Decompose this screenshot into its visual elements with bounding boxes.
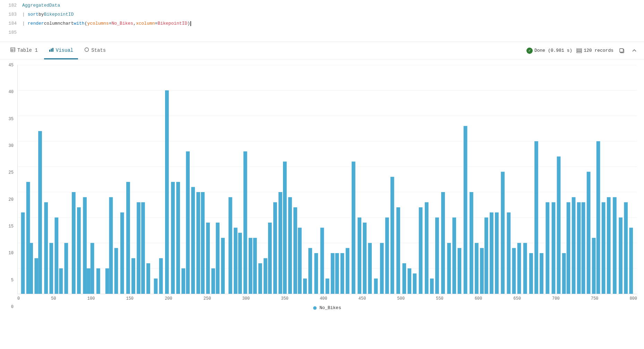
bar bbox=[464, 126, 467, 294]
bar bbox=[596, 141, 600, 294]
bar bbox=[196, 192, 200, 294]
tabs-right: ✓ Done (0.981 s) 120 records bbox=[526, 47, 638, 55]
bar bbox=[546, 202, 549, 294]
bar bbox=[529, 253, 533, 294]
y-axis-label: 30 bbox=[9, 143, 14, 148]
bar bbox=[29, 243, 33, 294]
bar bbox=[447, 243, 451, 294]
table1-icon bbox=[10, 47, 15, 53]
code-token: columnchart bbox=[44, 21, 74, 26]
bar bbox=[253, 238, 257, 294]
y-axis: 051015202530354045 bbox=[0, 63, 16, 309]
x-axis-label: 250 bbox=[204, 296, 211, 301]
svg-rect-6 bbox=[52, 48, 53, 52]
bar bbox=[55, 217, 59, 294]
code-token: by bbox=[38, 12, 44, 17]
bar bbox=[181, 268, 185, 294]
bar bbox=[131, 258, 135, 294]
line-number: 185 bbox=[3, 30, 17, 35]
bar bbox=[293, 207, 297, 294]
line-number: 182 bbox=[3, 3, 17, 8]
bar bbox=[425, 202, 429, 294]
bar bbox=[258, 263, 262, 294]
code-line: 185 bbox=[0, 30, 644, 39]
code-token: BikepointID bbox=[157, 21, 187, 26]
bar bbox=[457, 248, 461, 294]
bar bbox=[326, 279, 329, 294]
legend-label: No_Bikes bbox=[319, 305, 341, 310]
records-icon bbox=[576, 48, 582, 53]
collapse-button[interactable] bbox=[630, 47, 638, 55]
bar bbox=[577, 202, 581, 294]
y-axis-label: 40 bbox=[9, 90, 14, 94]
bar bbox=[390, 177, 394, 294]
records-badge: 120 records bbox=[576, 48, 613, 53]
bar bbox=[512, 248, 516, 294]
bar bbox=[126, 182, 130, 294]
code-token: xcolumn bbox=[136, 21, 155, 26]
bar bbox=[105, 268, 109, 294]
bar bbox=[229, 197, 232, 294]
bar bbox=[91, 243, 94, 294]
bar bbox=[582, 202, 585, 294]
bar bbox=[146, 263, 150, 294]
code-token: , bbox=[133, 21, 136, 26]
bars-chart bbox=[18, 65, 637, 294]
bar bbox=[243, 151, 247, 294]
bar bbox=[419, 207, 423, 294]
code-token: with bbox=[74, 21, 84, 26]
tab-table1[interactable]: Table 1 bbox=[6, 42, 43, 59]
copy-button[interactable] bbox=[618, 47, 626, 55]
bar bbox=[592, 238, 596, 294]
bar bbox=[83, 197, 87, 294]
bar bbox=[268, 223, 272, 294]
x-axis-label: 400 bbox=[320, 296, 327, 301]
x-axis-label: 450 bbox=[359, 296, 366, 301]
bar bbox=[552, 202, 556, 294]
tab-visual[interactable]: Visual bbox=[44, 42, 78, 59]
bar bbox=[176, 182, 180, 294]
bar bbox=[470, 192, 473, 294]
x-axis-label: 150 bbox=[126, 296, 134, 301]
chart-legend: No_Bikes bbox=[17, 305, 637, 310]
bar bbox=[314, 253, 318, 294]
tab-stats[interactable]: Stats bbox=[79, 42, 111, 59]
done-label: Done (0.981 s) bbox=[534, 48, 572, 53]
bar bbox=[572, 197, 576, 294]
code-token: ycolumns bbox=[87, 21, 109, 26]
svg-rect-5 bbox=[51, 49, 52, 52]
bar bbox=[273, 202, 277, 294]
bar bbox=[352, 161, 355, 294]
chart-container: 051015202530354045 050100150200250300350… bbox=[0, 59, 644, 337]
bar bbox=[308, 248, 312, 294]
x-axis-label: 300 bbox=[242, 296, 250, 301]
code-line: 184| render columnchart with (ycolumns=N… bbox=[0, 21, 644, 30]
bar bbox=[154, 279, 158, 294]
code-token: ( bbox=[85, 21, 87, 26]
bar bbox=[191, 187, 195, 294]
bar bbox=[165, 90, 169, 294]
bar bbox=[475, 243, 479, 294]
bar bbox=[298, 228, 302, 294]
code-content: | render columnchart with (ycolumns=No_B… bbox=[22, 21, 191, 26]
bar bbox=[87, 268, 91, 294]
bar bbox=[407, 268, 411, 294]
y-axis-label: 5 bbox=[11, 278, 14, 283]
x-axis-label: 800 bbox=[629, 296, 637, 301]
y-axis-label: 25 bbox=[9, 170, 14, 175]
y-axis-label: 10 bbox=[9, 251, 14, 256]
tabs-left: Table 1VisualStats bbox=[6, 42, 111, 59]
code-token: render bbox=[28, 21, 44, 26]
svg-rect-0 bbox=[11, 48, 15, 52]
code-editor-section: 182AggregatedData183| sort by BikepointI… bbox=[0, 0, 644, 42]
line-number: 184 bbox=[3, 21, 17, 26]
bar bbox=[201, 192, 205, 294]
records-label: 120 records bbox=[584, 48, 613, 53]
x-axis: 0501001502002503003504004505005506006507… bbox=[17, 294, 637, 301]
bar bbox=[441, 192, 445, 294]
bar bbox=[484, 217, 488, 294]
bar bbox=[44, 202, 48, 294]
y-axis-label: 0 bbox=[11, 305, 14, 309]
bar bbox=[320, 228, 324, 294]
bar bbox=[358, 217, 361, 294]
